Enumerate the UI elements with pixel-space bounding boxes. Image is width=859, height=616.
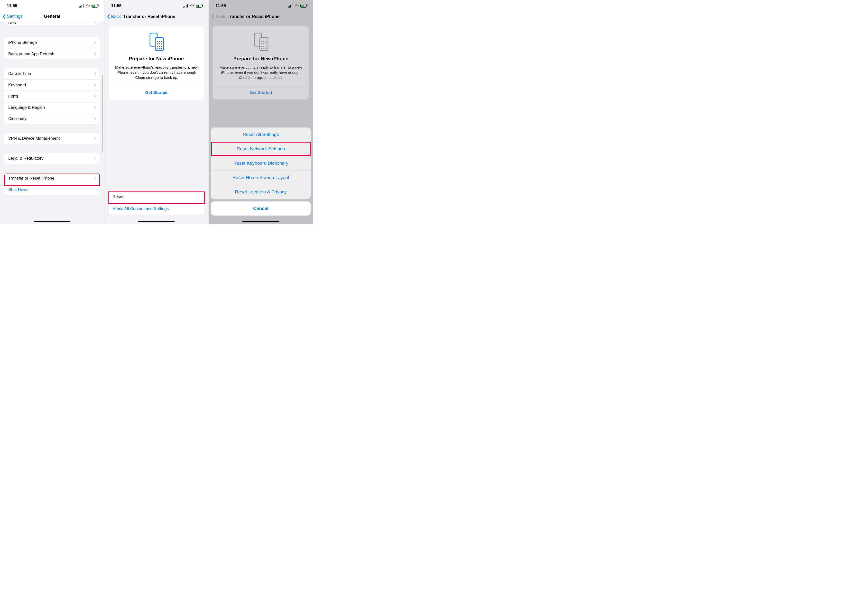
chevron-right-icon <box>94 22 96 24</box>
svg-point-44 <box>263 46 264 47</box>
battery-charging-icon <box>196 4 203 8</box>
svg-point-26 <box>159 48 160 49</box>
row-label: NFC <box>8 22 17 25</box>
svg-point-39 <box>266 41 267 42</box>
chevron-right-icon <box>94 72 96 76</box>
wifi-icon <box>294 5 299 8</box>
svg-rect-28 <box>288 6 289 8</box>
back-button[interactable]: Back <box>107 14 121 19</box>
card-heading: Prepare for New iPhone <box>218 56 304 62</box>
row-dictionary[interactable]: Dictionary <box>5 113 100 124</box>
get-started-button[interactable]: Get Started <box>114 86 199 100</box>
back-label: Back <box>111 14 121 19</box>
row-fonts[interactable]: Fonts <box>5 90 100 102</box>
screen-transfer-reset: 11:55 Back Transfer or Reset iPhone <box>105 0 209 224</box>
svg-point-47 <box>263 48 264 49</box>
settings-group-storage: iPhone Storage Background App Refresh <box>5 37 100 59</box>
svg-point-16 <box>157 41 158 42</box>
row-vpn-device-management[interactable]: VPN & Device Management <box>5 133 100 144</box>
svg-point-38 <box>263 41 264 42</box>
svg-point-27 <box>161 48 162 49</box>
chevron-right-icon <box>94 83 96 87</box>
cancel-button[interactable]: Cancel <box>211 201 311 215</box>
status-icons <box>288 4 308 8</box>
wifi-icon <box>190 5 194 8</box>
svg-rect-9 <box>186 5 186 8</box>
battery-charging-icon <box>300 4 308 8</box>
chevron-right-icon <box>94 41 96 45</box>
settings-scroll[interactable]: NFC iPhone Storage Background App Refres… <box>0 22 104 224</box>
chevron-right-icon <box>94 94 96 98</box>
card-description: Make sure everything's ready to transfer… <box>114 65 199 80</box>
back-button[interactable]: Settings <box>2 14 23 19</box>
chevron-left-icon <box>107 14 110 19</box>
back-button[interactable]: Back <box>211 14 225 19</box>
option-reset-location-privacy[interactable]: Reset Location & Privacy <box>211 185 311 199</box>
settings-group-reset: Transfer or Reset iPhone Shut Down <box>5 173 100 195</box>
home-indicator[interactable] <box>34 221 70 222</box>
cellular-icon <box>183 5 188 8</box>
svg-point-22 <box>157 46 158 47</box>
cellular-icon <box>79 5 84 8</box>
settings-group-legal: Legal & Regulatory <box>5 153 100 164</box>
wifi-icon <box>86 5 90 8</box>
svg-point-37 <box>261 41 262 42</box>
screen-reset-actionsheet: 11:55 Back Transfer or Reset iPhone <box>209 0 313 224</box>
chevron-right-icon <box>94 176 96 180</box>
nav-bar: Settings General <box>0 11 104 22</box>
row-legal-regulatory[interactable]: Legal & Regulatory <box>5 153 100 164</box>
chevron-right-icon <box>94 136 96 140</box>
settings-group-locale: Date & Time Keyboard Fonts Language & Re… <box>5 68 100 124</box>
chevron-right-icon <box>94 106 96 109</box>
row-label: Language & Region <box>8 105 45 110</box>
row-nfc[interactable]: NFC <box>5 22 100 25</box>
svg-rect-8 <box>184 6 185 8</box>
svg-point-21 <box>161 43 162 44</box>
screen-general: 11:55 Settings General NFC <box>0 0 105 224</box>
svg-point-23 <box>159 46 160 47</box>
status-bar: 11:55 <box>0 0 104 11</box>
row-iphone-storage[interactable]: iPhone Storage <box>5 37 100 48</box>
row-language-region[interactable]: Language & Region <box>5 102 100 113</box>
status-bar: 11:55 <box>209 0 313 11</box>
row-label: Legal & Regulatory <box>8 156 44 161</box>
row-label: Background App Refresh <box>8 51 54 56</box>
option-reset-home-screen-layout[interactable]: Reset Home Screen Layout <box>211 170 311 185</box>
transfer-devices-icon <box>114 32 199 51</box>
svg-rect-34 <box>307 5 308 6</box>
cellular-icon <box>288 5 293 8</box>
row-label: iPhone Storage <box>8 40 37 45</box>
chevron-right-icon <box>94 117 96 121</box>
status-icons <box>183 4 203 8</box>
svg-rect-13 <box>202 5 203 6</box>
row-erase-all-content[interactable]: Erase All Content and Settings <box>109 203 204 215</box>
svg-point-19 <box>157 43 158 44</box>
row-date-time[interactable]: Date & Time <box>5 68 100 79</box>
chevron-right-icon <box>94 52 96 56</box>
back-label: Back <box>216 14 225 19</box>
svg-point-40 <box>261 43 262 44</box>
card-description: Make sure everything's ready to transfer… <box>218 65 304 80</box>
option-reset-network-settings[interactable]: Reset Network Settings <box>211 142 311 156</box>
row-keyboard[interactable]: Keyboard <box>5 79 100 90</box>
home-indicator[interactable] <box>138 221 175 222</box>
action-sheet-options: Reset All Settings Reset Network Setting… <box>211 128 311 199</box>
option-reset-keyboard-dictionary[interactable]: Reset Keyboard Dictionary <box>211 156 311 170</box>
status-time: 11:55 <box>7 3 17 8</box>
status-time: 11:55 <box>111 3 122 8</box>
get-started-button[interactable]: Get Started <box>218 86 304 100</box>
scrollbar[interactable] <box>103 75 103 152</box>
row-background-app-refresh[interactable]: Background App Refresh <box>5 48 100 59</box>
settings-group-partial: NFC <box>5 22 100 25</box>
option-reset-all-settings[interactable]: Reset All Settings <box>211 128 311 142</box>
row-reset[interactable]: Reset <box>109 191 204 203</box>
home-indicator[interactable] <box>242 221 279 222</box>
row-transfer-or-reset-iphone[interactable]: Transfer or Reset iPhone <box>5 173 100 184</box>
row-shut-down[interactable]: Shut Down <box>5 184 100 195</box>
row-label: VPN & Device Management <box>8 136 60 141</box>
svg-rect-0 <box>79 6 80 8</box>
row-label: Keyboard <box>8 83 26 87</box>
svg-point-41 <box>263 43 264 44</box>
row-label: Date & Time <box>8 71 31 76</box>
svg-point-18 <box>161 41 162 42</box>
